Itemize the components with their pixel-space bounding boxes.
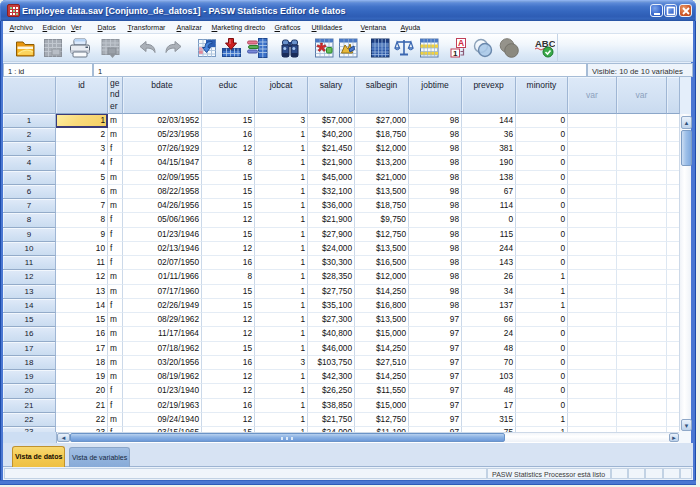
svg-text:1: 1 bbox=[453, 49, 458, 58]
svg-text:A: A bbox=[458, 38, 464, 48]
svg-text:ABC: ABC bbox=[535, 38, 555, 49]
